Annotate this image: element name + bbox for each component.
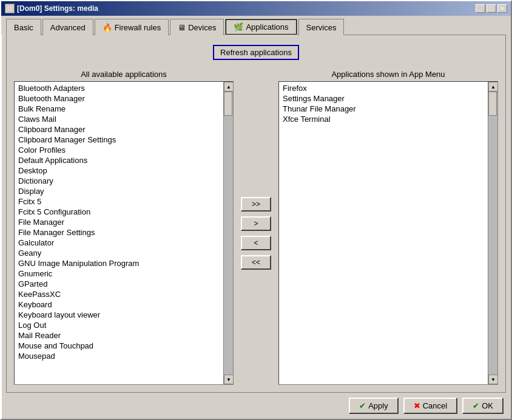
tab-applications[interactable]: 🌿 Applications bbox=[225, 19, 297, 35]
list-item[interactable]: Display bbox=[16, 186, 222, 196]
list-item[interactable]: Firefox bbox=[280, 83, 487, 93]
refresh-row: Refresh applications bbox=[14, 42, 498, 65]
list-item[interactable]: Settings Manager bbox=[280, 93, 487, 104]
shown-apps-scrollbar[interactable]: ▲ ▼ bbox=[488, 82, 497, 384]
list-item[interactable]: Keyboard layout viewer bbox=[16, 310, 222, 320]
list-item[interactable]: Bluetooth Adapters bbox=[16, 83, 222, 93]
all-apps-list: Bluetooth AdaptersBluetooth ManagerBulk … bbox=[15, 82, 223, 384]
tab-advanced[interactable]: Advanced bbox=[42, 19, 93, 35]
list-item[interactable]: Clipboard Manager Settings bbox=[16, 135, 222, 145]
list-item[interactable]: Bulk Rename bbox=[16, 104, 222, 114]
scroll-thumb[interactable] bbox=[224, 92, 232, 116]
remove-all-button[interactable]: << bbox=[241, 255, 271, 270]
apply-button[interactable]: ✔ Apply bbox=[349, 398, 399, 414]
tab-devices[interactable]: 🖥 Devices bbox=[170, 19, 224, 35]
list-item[interactable]: KeePassXC bbox=[16, 289, 222, 299]
apply-icon: ✔ bbox=[359, 401, 366, 410]
tab-advanced-label: Advanced bbox=[50, 23, 86, 32]
list-item[interactable]: Keyboard bbox=[16, 299, 222, 310]
list-item[interactable]: Xfce Terminal bbox=[280, 114, 487, 124]
window-icon: □ bbox=[5, 4, 15, 13]
lists-container: All available applications Bluetooth Ada… bbox=[14, 70, 498, 385]
devices-icon: 🖥 bbox=[178, 23, 186, 32]
add-all-button[interactable]: >> bbox=[241, 197, 271, 212]
ok-icon: ✔ bbox=[473, 401, 479, 410]
list-item[interactable]: GParted bbox=[16, 279, 222, 289]
scroll-track[interactable] bbox=[224, 92, 233, 375]
tabs-bar: Basic Advanced 🔥 Firewall rules 🖥 Device… bbox=[1, 16, 511, 35]
shown-apps-section: Applications shown in App Menu FirefoxSe… bbox=[278, 70, 498, 385]
ok-button[interactable]: ✔ OK bbox=[462, 398, 504, 414]
shown-scroll-down-arrow[interactable]: ▼ bbox=[488, 375, 498, 384]
titlebar-buttons: _ □ ✕ bbox=[476, 4, 507, 13]
move-buttons: >> > < << bbox=[236, 70, 276, 385]
maximize-button[interactable]: □ bbox=[487, 4, 496, 13]
tab-content: Refresh applications All available appli… bbox=[6, 35, 506, 393]
tab-services-label: Services bbox=[306, 23, 337, 32]
list-item[interactable]: Default Applications bbox=[16, 155, 222, 165]
list-item[interactable]: Dictionary bbox=[16, 176, 222, 186]
shown-scroll-track[interactable] bbox=[488, 92, 497, 375]
minimize-button[interactable]: _ bbox=[476, 4, 485, 13]
tab-firewall[interactable]: 🔥 Firewall rules bbox=[95, 19, 169, 35]
cancel-button[interactable]: ✖ Cancel bbox=[403, 398, 457, 414]
main-window: □ [Dom0] Settings: media _ □ ✕ Basic Adv… bbox=[0, 0, 512, 420]
list-item[interactable]: Claws Mail bbox=[16, 114, 222, 124]
cancel-label: Cancel bbox=[423, 401, 447, 410]
list-item[interactable]: Color Profiles bbox=[16, 145, 222, 155]
ok-label: OK bbox=[482, 401, 493, 410]
list-item[interactable]: GNU Image Manipulation Program bbox=[16, 258, 222, 268]
firewall-icon: 🔥 bbox=[103, 23, 112, 32]
list-item[interactable]: Log Out bbox=[16, 320, 222, 330]
list-item[interactable]: Mouse and Touchpad bbox=[16, 341, 222, 351]
titlebar-left: □ [Dom0] Settings: media bbox=[5, 4, 98, 13]
scroll-down-arrow[interactable]: ▼ bbox=[224, 375, 234, 384]
add-one-button[interactable]: > bbox=[241, 216, 271, 231]
list-item[interactable]: Mail Reader bbox=[16, 330, 222, 341]
list-item[interactable]: Bluetooth Manager bbox=[16, 93, 222, 104]
shown-apps-label: Applications shown in App Menu bbox=[278, 70, 498, 79]
shown-scroll-thumb[interactable] bbox=[488, 92, 497, 116]
list-item[interactable]: Galculator bbox=[16, 238, 222, 248]
list-item[interactable]: Desktop bbox=[16, 165, 222, 176]
close-button[interactable]: ✕ bbox=[497, 4, 507, 13]
list-item[interactable]: Clipboard Manager bbox=[16, 124, 222, 135]
tab-devices-label: Devices bbox=[188, 23, 216, 32]
tab-basic-label: Basic bbox=[14, 23, 33, 32]
list-item[interactable]: Geany bbox=[16, 248, 222, 258]
shown-apps-list: FirefoxSettings ManagerThunar File Manag… bbox=[279, 82, 488, 384]
titlebar: □ [Dom0] Settings: media _ □ ✕ bbox=[1, 1, 511, 16]
tab-services[interactable]: Services bbox=[298, 19, 345, 35]
all-apps-label: All available applications bbox=[14, 70, 234, 79]
window-title: [Dom0] Settings: media bbox=[17, 4, 98, 13]
remove-one-button[interactable]: < bbox=[241, 236, 271, 250]
scroll-up-arrow[interactable]: ▲ bbox=[224, 82, 234, 92]
cancel-icon: ✖ bbox=[414, 401, 420, 410]
all-apps-scrollbar[interactable]: ▲ ▼ bbox=[223, 82, 233, 384]
apply-label: Apply bbox=[368, 401, 388, 410]
apps-icon: 🌿 bbox=[234, 22, 243, 32]
list-item[interactable]: Mousepad bbox=[16, 351, 222, 361]
bottom-bar: ✔ Apply ✖ Cancel ✔ OK bbox=[1, 393, 511, 419]
tab-firewall-label: Firewall rules bbox=[115, 23, 161, 32]
shown-apps-list-container: FirefoxSettings ManagerThunar File Manag… bbox=[278, 81, 498, 385]
list-item[interactable]: File Manager bbox=[16, 217, 222, 227]
shown-scroll-up-arrow[interactable]: ▲ bbox=[488, 82, 498, 92]
tab-basic[interactable]: Basic bbox=[6, 19, 41, 35]
list-item[interactable]: Thunar File Manager bbox=[280, 104, 487, 114]
list-item[interactable]: Gnumeric bbox=[16, 268, 222, 279]
refresh-button[interactable]: Refresh applications bbox=[213, 45, 299, 60]
all-apps-section: All available applications Bluetooth Ada… bbox=[14, 70, 234, 385]
tab-applications-label: Applications bbox=[246, 22, 288, 32]
all-apps-list-container: Bluetooth AdaptersBluetooth ManagerBulk … bbox=[14, 81, 234, 385]
list-item[interactable]: Fcitx 5 Configuration bbox=[16, 207, 222, 217]
list-item[interactable]: File Manager Settings bbox=[16, 227, 222, 238]
list-item[interactable]: Fcitx 5 bbox=[16, 196, 222, 207]
